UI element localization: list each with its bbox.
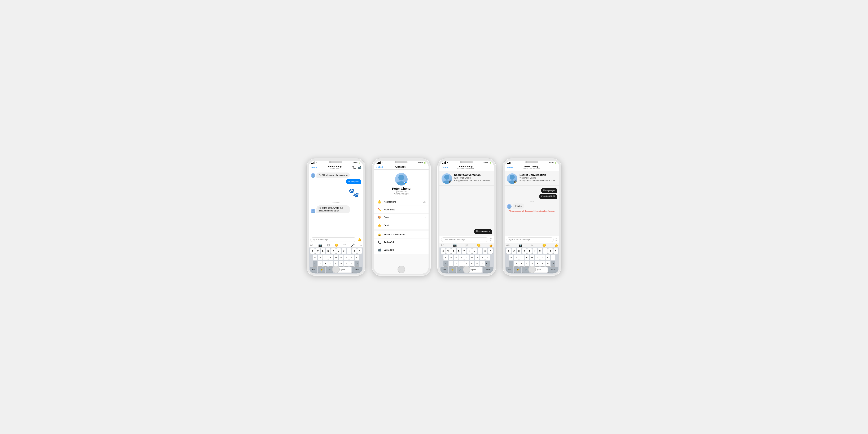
menu-secret-conversation[interactable]: 🔒 Secret Conversation bbox=[374, 231, 429, 238]
key-x-4[interactable]: X bbox=[519, 261, 524, 266]
key-123[interactable]: 123 bbox=[310, 267, 317, 273]
emoji-icon-4[interactable]: 😊 bbox=[542, 243, 546, 247]
key-a[interactable]: A bbox=[313, 255, 317, 260]
key-t-4[interactable]: T bbox=[527, 248, 532, 254]
key-j[interactable]: J bbox=[344, 255, 349, 260]
key-return[interactable]: return bbox=[352, 267, 362, 273]
secret-message-input-4[interactable] bbox=[506, 237, 554, 242]
key-m-4[interactable]: M bbox=[546, 261, 550, 266]
camera-icon-3[interactable]: 📷 bbox=[453, 243, 457, 247]
key-s-4[interactable]: S bbox=[514, 255, 519, 260]
menu-nicknames[interactable]: ✏️ Nicknames bbox=[374, 206, 429, 213]
key-123-4[interactable]: 123 bbox=[506, 267, 514, 273]
key-shift[interactable]: ⇧ bbox=[313, 261, 317, 266]
key-n-4[interactable]: N bbox=[540, 261, 545, 266]
key-x-3[interactable]: X bbox=[454, 261, 459, 266]
phone-home-button-3[interactable] bbox=[463, 266, 470, 273]
font-icon-3[interactable]: Aa bbox=[441, 243, 444, 247]
key-q-3[interactable]: Q bbox=[441, 248, 445, 254]
key-o-3[interactable]: O bbox=[483, 248, 488, 254]
key-y-3[interactable]: Y bbox=[467, 248, 472, 254]
key-i-3[interactable]: I bbox=[477, 248, 482, 254]
menu-notifications[interactable]: 🔔 Notifications On bbox=[374, 198, 429, 206]
key-m[interactable]: M bbox=[349, 261, 354, 266]
phone-home-button-2[interactable] bbox=[398, 266, 405, 273]
font-icon-1[interactable]: Aa bbox=[310, 243, 313, 247]
thumbs-up-icon-1[interactable]: 👍 bbox=[357, 238, 362, 242]
key-o[interactable]: O bbox=[352, 248, 357, 254]
key-p-4[interactable]: P bbox=[553, 248, 558, 254]
key-x[interactable]: X bbox=[323, 261, 328, 266]
video-icon-1[interactable]: 📹 bbox=[358, 166, 361, 169]
key-w[interactable]: W bbox=[315, 248, 320, 254]
key-f-4[interactable]: F bbox=[525, 255, 529, 260]
font-icon-4[interactable]: Aa bbox=[506, 243, 510, 247]
key-k[interactable]: K bbox=[349, 255, 354, 260]
key-g-4[interactable]: G bbox=[530, 255, 534, 260]
message-input-1[interactable] bbox=[310, 237, 356, 242]
emoji-icon-1[interactable]: 😊 bbox=[335, 243, 338, 247]
key-d-4[interactable]: D bbox=[519, 255, 524, 260]
key-b[interactable]: B bbox=[339, 261, 343, 266]
key-n-3[interactable]: N bbox=[475, 261, 479, 266]
key-w-3[interactable]: W bbox=[446, 248, 451, 254]
key-p[interactable]: P bbox=[357, 248, 362, 254]
key-r-3[interactable]: R bbox=[457, 248, 461, 254]
key-y-4[interactable]: Y bbox=[532, 248, 537, 254]
key-l[interactable]: L bbox=[354, 255, 359, 260]
gif-icon-1[interactable]: GIF bbox=[343, 243, 346, 247]
key-delete[interactable]: ⌫ bbox=[354, 261, 359, 266]
key-b-4[interactable]: B bbox=[535, 261, 539, 266]
key-t-3[interactable]: T bbox=[462, 248, 466, 254]
camera-icon-1[interactable]: 📷 bbox=[318, 243, 322, 247]
key-h[interactable]: H bbox=[339, 255, 343, 260]
menu-color[interactable]: 🎨 Color › bbox=[374, 213, 429, 221]
mic-icon-1[interactable]: 🎤 bbox=[351, 243, 354, 247]
key-a-4[interactable]: A bbox=[509, 255, 514, 260]
key-r-4[interactable]: R bbox=[522, 248, 527, 254]
key-e[interactable]: E bbox=[321, 248, 325, 254]
key-b-3[interactable]: B bbox=[470, 261, 474, 266]
back-button-3[interactable]: ‹ Back bbox=[441, 166, 448, 169]
key-q-4[interactable]: Q bbox=[506, 248, 511, 254]
key-f-3[interactable]: F bbox=[459, 255, 464, 260]
back-button-1[interactable]: ‹ Back bbox=[311, 166, 317, 169]
key-z[interactable]: Z bbox=[318, 261, 322, 266]
key-u[interactable]: U bbox=[342, 248, 346, 254]
phone-home-button[interactable] bbox=[332, 266, 340, 273]
key-y[interactable]: Y bbox=[336, 248, 341, 254]
key-l-4[interactable]: L bbox=[551, 255, 555, 260]
key-t[interactable]: T bbox=[331, 248, 336, 254]
key-n[interactable]: N bbox=[344, 261, 349, 266]
key-i[interactable]: I bbox=[347, 248, 351, 254]
image-icon-3[interactable]: 🖼 bbox=[465, 243, 468, 247]
key-u-4[interactable]: U bbox=[538, 248, 542, 254]
key-shift-3[interactable]: ⇧ bbox=[443, 261, 448, 266]
key-d-3[interactable]: D bbox=[454, 255, 459, 260]
menu-emoji[interactable]: 👍 Emoji bbox=[374, 221, 429, 229]
key-g[interactable]: G bbox=[334, 255, 338, 260]
more-icon-1[interactable]: ··· bbox=[360, 243, 362, 247]
phone-home-button-4[interactable] bbox=[528, 266, 536, 273]
key-emoji-3[interactable]: 😊 bbox=[449, 267, 456, 273]
key-i-4[interactable]: I bbox=[543, 248, 548, 254]
key-f[interactable]: F bbox=[329, 255, 333, 260]
key-m-3[interactable]: M bbox=[480, 261, 485, 266]
key-return-4[interactable]: return bbox=[548, 267, 558, 273]
key-delete-3[interactable]: ⌫ bbox=[485, 261, 490, 266]
key-return-3[interactable]: return bbox=[483, 267, 493, 273]
key-123-3[interactable]: 123 bbox=[440, 267, 448, 273]
menu-audio-call[interactable]: 📞 Audio Call bbox=[374, 238, 429, 246]
key-c-4[interactable]: C bbox=[525, 261, 529, 266]
key-e-3[interactable]: E bbox=[452, 248, 456, 254]
key-k-4[interactable]: K bbox=[546, 255, 550, 260]
emoji-icon-3[interactable]: 😊 bbox=[477, 243, 480, 247]
back-button-4[interactable]: ‹ Back bbox=[507, 166, 514, 169]
key-q[interactable]: Q bbox=[310, 248, 315, 254]
key-c-3[interactable]: C bbox=[459, 261, 464, 266]
key-k-3[interactable]: K bbox=[480, 255, 485, 260]
key-w-4[interactable]: W bbox=[512, 248, 516, 254]
key-h-4[interactable]: H bbox=[535, 255, 539, 260]
key-z-3[interactable]: Z bbox=[449, 261, 453, 266]
key-a-3[interactable]: A bbox=[443, 255, 448, 260]
